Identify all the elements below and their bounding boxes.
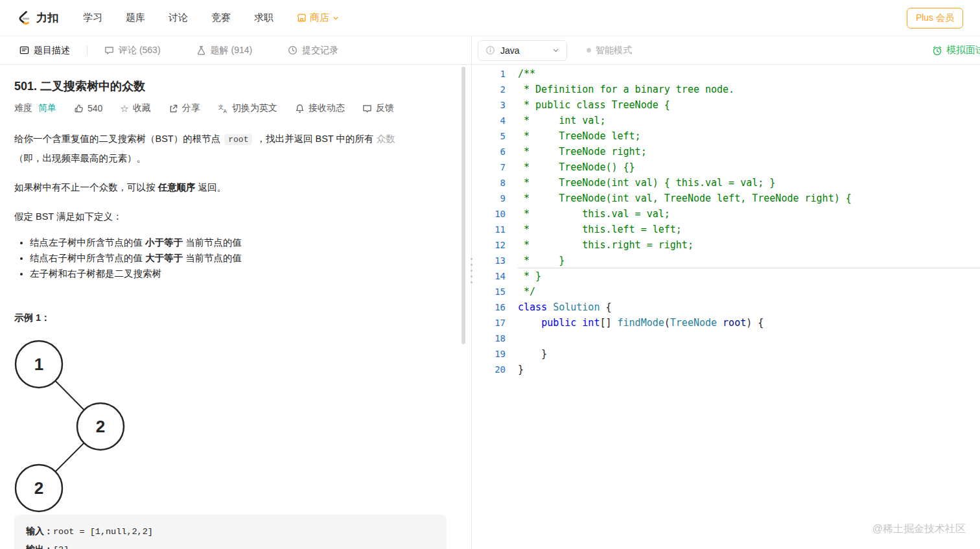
code-token: } (518, 364, 524, 375)
code-line[interactable]: 19 } (472, 346, 980, 362)
feedback-button[interactable]: 反馈 (362, 102, 394, 114)
share-button[interactable]: 分享 (169, 102, 200, 114)
code-token: * this.right = right; (518, 239, 694, 251)
code-line[interactable]: 4 * int val; (472, 113, 980, 128)
leetcode-logo[interactable]: 力扣 (17, 10, 58, 26)
code-line[interactable]: 3 * public class TreeNode { (472, 97, 980, 113)
difficulty-label: 难度 (14, 102, 32, 114)
code-line[interactable]: 17 public int[] findMode(TreeNode root) … (472, 315, 980, 331)
feedback-icon (362, 104, 372, 113)
tab-comments[interactable]: 评论 (563) (104, 45, 161, 56)
code-token: * } (518, 270, 541, 282)
svg-text:A: A (223, 108, 227, 113)
scrollbar-thumb[interactable] (461, 67, 465, 344)
tab-submissions[interactable]: 提交记录 (288, 45, 338, 56)
code-line-content: * TreeNode left; (506, 128, 980, 144)
nav-item-discuss[interactable]: 讨论 (169, 12, 188, 24)
nav-item-jobs[interactable]: 求职 (254, 12, 274, 24)
code-area[interactable]: 1/**2 * Definition for a binary tree nod… (472, 65, 980, 377)
mock-interview-label: 模拟面试 (946, 44, 980, 56)
text-segment: 任意顺序 (158, 182, 196, 193)
description-paragraph: 如果树中有不止一个众数，可以按 任意顺序 返回。 (14, 178, 447, 197)
code-line-content: * } (506, 268, 980, 284)
code-token: * int val; (518, 115, 605, 126)
code-line[interactable]: 1/** (472, 66, 980, 82)
line-number: 5 (472, 128, 506, 144)
switch-language-label: 切换为英文 (232, 102, 277, 114)
smart-mode-toggle[interactable]: 智能模式 (587, 45, 632, 56)
code-token: [] (600, 317, 617, 329)
store-label: 商店 (310, 12, 329, 24)
star-icon: ☆ (120, 104, 128, 113)
plus-member-button[interactable]: Plus 会员 (907, 8, 963, 29)
smart-mode-icon (587, 48, 591, 53)
top-navbar: 力扣 学习 题库 讨论 竞赛 求职 商店 Plus 会员 (0, 0, 980, 36)
nav-item-problems[interactable]: 题库 (126, 12, 145, 24)
tab-label: 提交记录 (302, 45, 338, 56)
tab-separator (87, 45, 88, 55)
like-count: 540 (88, 103, 102, 113)
code-line[interactable]: 12 * this.right = right; (472, 237, 980, 253)
like-button[interactable]: 540 (74, 103, 102, 113)
code-line[interactable]: 7 * TreeNode() {} (472, 159, 980, 175)
tab-label: 评论 (563) (119, 45, 161, 56)
line-number: 4 (472, 113, 506, 128)
nav-item-learn[interactable]: 学习 (83, 12, 102, 24)
difficulty-badge: 简单 (38, 102, 56, 114)
line-number: 9 (472, 191, 506, 206)
description-icon (19, 45, 29, 55)
code-editor[interactable]: 1/**2 * Definition for a binary tree nod… (472, 65, 980, 549)
code-token: */ (518, 286, 535, 298)
mock-interview-button[interactable]: 模拟面试 (932, 44, 980, 56)
code-token (518, 317, 541, 329)
code-line[interactable]: 15 */ (472, 284, 980, 299)
code-token: { (600, 301, 611, 313)
line-number: 16 (472, 299, 506, 315)
code-line-content: * this.left = left; (506, 222, 980, 237)
code-line[interactable]: 5 * TreeNode left; (472, 128, 980, 144)
text-segment: 如果树中有不止一个众数，可以按 (14, 182, 158, 193)
subscribe-button[interactable]: 接收动态 (295, 102, 345, 114)
code-line[interactable]: 10 * this.val = val; (472, 206, 980, 222)
example-label: 示例 1： (14, 309, 447, 327)
code-line[interactable]: 13 * } (472, 253, 980, 268)
line-number: 20 (472, 362, 506, 377)
favorite-button[interactable]: ☆ 收藏 (120, 102, 150, 114)
nav-item-store[interactable]: 商店 (297, 12, 339, 24)
panel-resize-handle[interactable] (469, 257, 474, 285)
language-selector[interactable]: Java (478, 40, 567, 61)
code-line[interactable]: 18 (472, 331, 980, 346)
code-line[interactable]: 11 * this.left = left; (472, 222, 980, 237)
tab-solutions[interactable]: 题解 (914) (196, 45, 253, 56)
problem-description: 给你一个含重复值的二叉搜索树（BST）的根节点 root ，找出并返回 BST … (14, 130, 447, 549)
favorite-label: 收藏 (133, 102, 151, 114)
list-item: 结点左子树中所含节点的值 小于等于 当前节点的值 (30, 235, 447, 250)
bell-icon (295, 104, 305, 113)
code-token: int (582, 317, 600, 329)
example-tree-diagram: 1 2 2 (14, 338, 144, 513)
line-number: 17 (472, 315, 506, 331)
text-segment: 返回。 (196, 182, 227, 193)
translate-icon: 文 A (218, 104, 228, 113)
line-number: 8 (472, 175, 506, 191)
text-segment: 结点左子树中所含节点的值 (30, 237, 145, 248)
subscribe-label: 接收动态 (309, 102, 345, 114)
switch-language-button[interactable]: 文 A 切换为英文 (218, 102, 277, 114)
nav-item-contest[interactable]: 竞赛 (211, 12, 231, 24)
code-line[interactable]: 6 * TreeNode right; (472, 144, 980, 159)
code-line[interactable]: 20} (472, 362, 980, 377)
code-line[interactable]: 2 * Definition for a binary tree node. (472, 82, 980, 97)
code-line[interactable]: 8 * TreeNode(int val) { this.val = val; … (472, 175, 980, 191)
code-token: } (518, 348, 547, 360)
problem-panel: 501. 二叉搜索树中的众数 难度 简单 540 ☆ 收藏 (0, 65, 472, 549)
tab-label: 题解 (914) (211, 45, 253, 56)
problem-meta: 难度 简单 540 ☆ 收藏 分享 (14, 102, 447, 114)
description-paragraph: 假定 BST 满足如下定义： (14, 207, 447, 226)
code-line[interactable]: 16class Solution { (472, 299, 980, 315)
code-token (717, 317, 723, 329)
example-output-line: 输出：[2] (26, 541, 435, 549)
code-line[interactable]: 9 * TreeNode(int val, TreeNode left, Tre… (472, 191, 980, 206)
code-line[interactable]: 14 * } (472, 268, 980, 284)
text-segment: 左子树和右子树都是二叉搜索树 (30, 268, 161, 279)
tab-description[interactable]: 题目描述 (19, 45, 70, 56)
